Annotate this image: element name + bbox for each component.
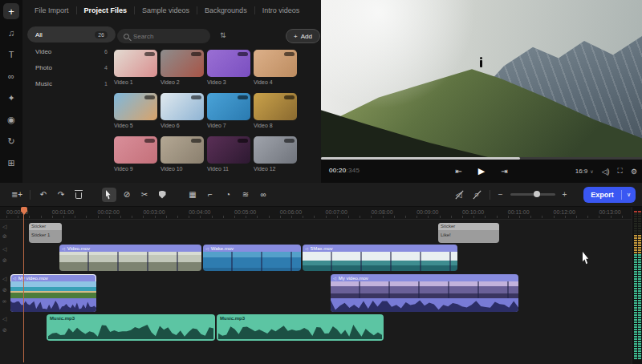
- filters-icon[interactable]: ◉: [3, 111, 19, 127]
- zoom-out-button[interactable]: −: [498, 190, 503, 199]
- track-mute-icon[interactable]: ◁: [2, 316, 6, 322]
- play-icon[interactable]: ▶: [478, 166, 485, 176]
- media-item-thumbnail[interactable]: [160, 50, 204, 77]
- delete-icon[interactable]: [71, 188, 86, 202]
- media-item[interactable]: Video 2: [160, 50, 207, 85]
- transitions-icon[interactable]: ↻: [3, 133, 19, 149]
- media-item-thumbnail[interactable]: [114, 50, 157, 77]
- timeline-clip-video[interactable]: ◁Wake.mov: [203, 245, 301, 271]
- undo-icon[interactable]: ↶: [36, 188, 51, 202]
- category-photo[interactable]: Photo4: [27, 61, 116, 75]
- track-hide-icon[interactable]: ⊘: [2, 257, 7, 263]
- media-item-thumbnail[interactable]: [207, 93, 250, 120]
- timeline-zoom-slider[interactable]: [510, 193, 555, 196]
- category-music[interactable]: Music1: [27, 77, 116, 91]
- track-lock-icon[interactable]: ∞: [2, 298, 6, 304]
- clip-name: ◁My video.mov: [331, 274, 518, 281]
- zoom-slider-knob[interactable]: [534, 191, 540, 197]
- redo-icon[interactable]: ↷: [54, 188, 68, 202]
- mosaic-icon[interactable]: ▦: [185, 188, 200, 202]
- add-media-icon[interactable]: +: [3, 3, 19, 19]
- fullscreen-icon[interactable]: ⛶: [618, 167, 623, 176]
- track-mute-icon[interactable]: ◁: [2, 224, 6, 229]
- hide-track-icon[interactable]: ○: [469, 188, 484, 202]
- media-item[interactable]: Video 7: [207, 93, 254, 128]
- timeline[interactable]: 00:00:0000:01:0000:02:0000:03:0000:04:00…: [0, 207, 642, 364]
- timeline-clip-video[interactable]: ◁Video.mov: [59, 245, 201, 271]
- text-icon[interactable]: T: [3, 47, 19, 63]
- speed-icon[interactable]: ◔: [221, 188, 235, 202]
- media-item[interactable]: Video 12: [254, 136, 300, 172]
- tab-backgrounds[interactable]: Backgrounds: [197, 6, 254, 14]
- speaker-icon: ◁: [305, 246, 308, 251]
- timeline-clip-main[interactable]: ◁My video.mov: [331, 274, 518, 312]
- crop-icon[interactable]: ⌐: [203, 188, 217, 202]
- clip-filmstrip: [59, 252, 201, 271]
- tab-intro-videos[interactable]: Intro videos: [255, 6, 307, 14]
- sort-icon[interactable]: ⇅: [220, 31, 226, 39]
- media-item-thumbnail[interactable]: [254, 93, 297, 120]
- transport-controls: ⇤▶⇥: [455, 160, 507, 183]
- settings-icon[interactable]: ⚙: [631, 168, 637, 176]
- media-item[interactable]: Video 10: [160, 136, 207, 172]
- timeline-ruler[interactable]: 00:00:0000:01:0000:02:0000:03:0000:04:00…: [0, 207, 642, 220]
- sticker-icon[interactable]: ∞: [3, 68, 19, 84]
- media-item-thumbnail[interactable]: [160, 136, 204, 164]
- export-caret-icon[interactable]: ∨: [622, 192, 636, 198]
- media-item[interactable]: Video 8: [254, 93, 300, 128]
- media-item[interactable]: Video 3: [207, 50, 254, 85]
- track-hide-icon[interactable]: ⊘: [2, 327, 7, 333]
- stroke-tool-icon[interactable]: ⊘: [120, 188, 134, 202]
- media-item[interactable]: Video 5: [114, 93, 160, 128]
- audio-icon[interactable]: ♫: [3, 25, 19, 41]
- media-item-thumbnail[interactable]: [254, 136, 297, 164]
- adjust-icon[interactable]: ≋: [238, 188, 253, 202]
- timeline-clip-sticker[interactable]: StickerLike!: [438, 223, 499, 243]
- media-item-thumbnail[interactable]: [114, 93, 157, 120]
- media-item-label: Video 6: [160, 123, 207, 128]
- clip-filmstrip: [303, 252, 457, 271]
- tab-project-files[interactable]: Project Files: [77, 6, 135, 14]
- media-item-thumbnail[interactable]: [160, 93, 204, 120]
- add-media-button[interactable]: + Add: [286, 29, 320, 43]
- media-item-thumbnail[interactable]: [254, 50, 297, 77]
- media-item[interactable]: Video 9: [114, 136, 160, 172]
- effects-icon[interactable]: ✦: [3, 90, 19, 106]
- category-all[interactable]: All26: [27, 26, 116, 42]
- media-item[interactable]: Video 1: [114, 50, 160, 85]
- media-item[interactable]: Video 6: [160, 93, 207, 128]
- mask-icon[interactable]: [155, 188, 169, 202]
- search-input[interactable]: Search: [117, 29, 210, 43]
- media-item-thumbnail[interactable]: [207, 136, 250, 164]
- split-icon[interactable]: ✂: [137, 188, 152, 202]
- ruler-label: 00:11:00: [508, 209, 530, 215]
- timeline-clip-music[interactable]: Music.mp3: [217, 314, 384, 341]
- media-item-thumbnail[interactable]: [114, 136, 157, 164]
- track-hide-icon[interactable]: ⊘: [2, 233, 7, 239]
- motion-icon[interactable]: ∞: [256, 188, 270, 202]
- aspect-ratio-select[interactable]: 16:9∨: [575, 168, 594, 175]
- track-mute-icon[interactable]: ◁: [2, 276, 6, 281]
- speaker-icon: ◁: [62, 246, 65, 251]
- export-button[interactable]: Export ∨: [583, 187, 636, 203]
- category-video[interactable]: Video6: [27, 45, 116, 59]
- timeline-clip-sticker[interactable]: StickerSticker 1: [29, 223, 62, 243]
- select-tool-icon[interactable]: [102, 188, 116, 202]
- next-frame-icon[interactable]: ⇥: [501, 167, 507, 176]
- prev-frame-icon[interactable]: ⇤: [455, 167, 461, 176]
- media-item[interactable]: Video 4: [254, 50, 300, 85]
- zoom-in-button[interactable]: +: [563, 190, 567, 199]
- timeline-clip-video[interactable]: ◁5Max.mov: [303, 245, 457, 271]
- track-mute-icon[interactable]: ◁: [2, 246, 6, 252]
- tab-file-import[interactable]: File Import: [27, 6, 76, 14]
- add-to-track-icon[interactable]: ≣+: [10, 188, 24, 202]
- tab-sample-videos[interactable]: Sample videos: [135, 6, 197, 14]
- mute-track-icon[interactable]: ◁: [452, 188, 466, 202]
- media-item-thumbnail[interactable]: [207, 50, 250, 77]
- media-item[interactable]: Video 11: [207, 136, 254, 172]
- track-hide-icon[interactable]: ⊘: [2, 287, 7, 293]
- volume-icon[interactable]: ◁): [602, 168, 610, 176]
- timeline-toolbar: ≣+↶↷⊘✂▦⌐◔≋∞ ◁○ − + Export ∨: [0, 183, 642, 207]
- timeline-clip-music[interactable]: Music.mp3: [47, 314, 215, 341]
- templates-icon[interactable]: ⊞: [3, 155, 19, 171]
